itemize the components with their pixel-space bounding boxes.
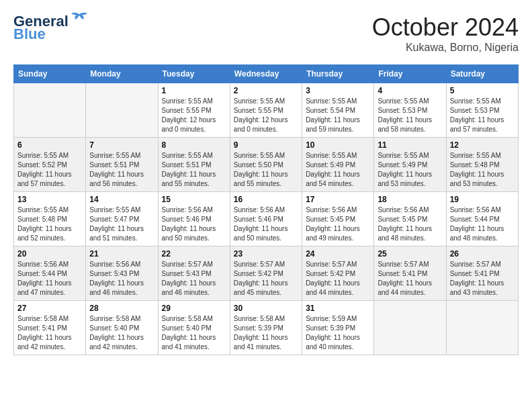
day-info: Sunrise: 5:55 AMSunset: 5:53 PMDaylight:…: [450, 97, 515, 134]
calendar-day-cell: 6Sunrise: 5:55 AMSunset: 5:52 PMDaylight…: [14, 138, 86, 192]
day-info: Sunrise: 5:55 AMSunset: 5:47 PMDaylight:…: [89, 205, 154, 243]
calendar-day-header: Wednesday: [230, 65, 302, 83]
calendar-day-cell: 1Sunrise: 5:55 AMSunset: 5:55 PMDaylight…: [158, 83, 230, 138]
day-info: Sunrise: 5:58 AMSunset: 5:39 PMDaylight:…: [234, 314, 298, 352]
calendar-day-cell: 13Sunrise: 5:55 AMSunset: 5:48 PMDayligh…: [14, 192, 86, 246]
calendar-day-cell: 3Sunrise: 5:55 AMSunset: 5:54 PMDaylight…: [302, 83, 374, 138]
calendar-day-header: Saturday: [446, 65, 518, 83]
day-info: Sunrise: 5:56 AMSunset: 5:46 PMDaylight:…: [162, 205, 226, 243]
day-info: Sunrise: 5:57 AMSunset: 5:41 PMDaylight:…: [450, 260, 515, 298]
day-info: Sunrise: 5:56 AMSunset: 5:43 PMDaylight:…: [89, 260, 154, 298]
day-info: Sunrise: 5:55 AMSunset: 5:52 PMDaylight:…: [17, 151, 82, 189]
calendar-day-cell: 17Sunrise: 5:56 AMSunset: 5:45 PMDayligh…: [302, 192, 374, 246]
calendar-day-cell: 5Sunrise: 5:55 AMSunset: 5:53 PMDaylight…: [446, 83, 518, 138]
day-number: 31: [306, 304, 370, 313]
calendar-day-cell: 21Sunrise: 5:56 AMSunset: 5:43 PMDayligh…: [86, 246, 158, 301]
month-year: October 2024: [372, 13, 519, 42]
day-number: 29: [162, 304, 226, 313]
calendar-day-cell: 24Sunrise: 5:57 AMSunset: 5:42 PMDayligh…: [302, 246, 374, 301]
day-number: 25: [378, 249, 442, 259]
calendar-day-cell: 7Sunrise: 5:55 AMSunset: 5:51 PMDaylight…: [86, 138, 158, 192]
day-info: Sunrise: 5:57 AMSunset: 5:43 PMDaylight:…: [162, 260, 226, 298]
day-info: Sunrise: 5:55 AMSunset: 5:51 PMDaylight:…: [89, 151, 154, 189]
day-number: 11: [378, 140, 442, 150]
calendar-day-cell: [14, 83, 86, 138]
day-info: Sunrise: 5:55 AMSunset: 5:49 PMDaylight:…: [378, 151, 442, 189]
day-number: 15: [162, 195, 226, 204]
calendar-day-cell: 11Sunrise: 5:55 AMSunset: 5:49 PMDayligh…: [374, 138, 446, 192]
calendar-day-cell: 20Sunrise: 5:56 AMSunset: 5:44 PMDayligh…: [14, 246, 86, 301]
day-number: 24: [306, 249, 370, 259]
day-info: Sunrise: 5:56 AMSunset: 5:44 PMDaylight:…: [17, 260, 82, 298]
calendar-table: SundayMondayTuesdayWednesdayThursdayFrid…: [13, 64, 519, 355]
day-number: 30: [234, 304, 298, 313]
day-number: 23: [234, 249, 298, 259]
location: Kukawa, Borno, Nigeria: [372, 42, 519, 54]
day-number: 16: [234, 195, 298, 204]
logo-blue: Blue: [13, 26, 46, 42]
day-info: Sunrise: 5:55 AMSunset: 5:48 PMDaylight:…: [450, 151, 515, 189]
day-number: 12: [450, 140, 515, 150]
day-number: 20: [17, 249, 82, 259]
calendar-day-cell: 4Sunrise: 5:55 AMSunset: 5:53 PMDaylight…: [374, 83, 446, 138]
calendar-day-cell: 16Sunrise: 5:56 AMSunset: 5:46 PMDayligh…: [230, 192, 302, 246]
page-header: General Blue October 2024 Kukawa, Borno,…: [13, 13, 519, 54]
calendar-day-cell: [86, 83, 158, 138]
calendar-week-row: 1Sunrise: 5:55 AMSunset: 5:55 PMDaylight…: [14, 83, 519, 138]
day-number: 22: [162, 249, 226, 259]
day-info: Sunrise: 5:55 AMSunset: 5:55 PMDaylight:…: [234, 97, 298, 134]
day-number: 6: [17, 140, 82, 150]
day-number: 21: [89, 249, 154, 259]
day-info: Sunrise: 5:56 AMSunset: 5:44 PMDaylight:…: [450, 205, 515, 243]
day-number: 9: [234, 140, 298, 150]
day-info: Sunrise: 5:56 AMSunset: 5:46 PMDaylight:…: [234, 205, 298, 243]
logo: General Blue: [13, 13, 89, 43]
calendar-day-cell: 22Sunrise: 5:57 AMSunset: 5:43 PMDayligh…: [158, 246, 230, 301]
calendar-day-cell: 2Sunrise: 5:55 AMSunset: 5:55 PMDaylight…: [230, 83, 302, 138]
day-info: Sunrise: 5:56 AMSunset: 5:45 PMDaylight:…: [378, 205, 442, 243]
calendar-day-cell: 8Sunrise: 5:55 AMSunset: 5:51 PMDaylight…: [158, 138, 230, 192]
day-number: 7: [89, 140, 154, 150]
calendar-week-row: 6Sunrise: 5:55 AMSunset: 5:52 PMDaylight…: [14, 138, 519, 192]
day-info: Sunrise: 5:58 AMSunset: 5:40 PMDaylight:…: [89, 314, 154, 352]
day-info: Sunrise: 5:59 AMSunset: 5:39 PMDaylight:…: [306, 314, 370, 352]
calendar-day-cell: 25Sunrise: 5:57 AMSunset: 5:41 PMDayligh…: [374, 246, 446, 301]
day-info: Sunrise: 5:58 AMSunset: 5:40 PMDaylight:…: [162, 314, 226, 352]
calendar-day-cell: 12Sunrise: 5:55 AMSunset: 5:48 PMDayligh…: [446, 138, 518, 192]
day-number: 1: [162, 86, 226, 95]
calendar-day-cell: [374, 301, 446, 355]
calendar-day-header: Monday: [86, 65, 158, 83]
calendar-day-cell: 15Sunrise: 5:56 AMSunset: 5:46 PMDayligh…: [158, 192, 230, 246]
calendar-day-header: Thursday: [302, 65, 374, 83]
day-number: 14: [89, 195, 154, 204]
calendar-day-cell: 23Sunrise: 5:57 AMSunset: 5:42 PMDayligh…: [230, 246, 302, 301]
day-number: 18: [378, 195, 442, 204]
calendar-day-cell: 27Sunrise: 5:58 AMSunset: 5:41 PMDayligh…: [14, 301, 86, 355]
day-info: Sunrise: 5:55 AMSunset: 5:55 PMDaylight:…: [162, 97, 226, 134]
day-info: Sunrise: 5:55 AMSunset: 5:54 PMDaylight:…: [306, 97, 370, 134]
day-number: 26: [450, 249, 515, 259]
day-number: 28: [89, 304, 154, 313]
day-info: Sunrise: 5:55 AMSunset: 5:49 PMDaylight:…: [306, 151, 370, 189]
day-info: Sunrise: 5:58 AMSunset: 5:41 PMDaylight:…: [17, 314, 82, 352]
day-number: 27: [17, 304, 82, 313]
calendar-day-cell: 26Sunrise: 5:57 AMSunset: 5:41 PMDayligh…: [446, 246, 518, 301]
calendar-week-row: 13Sunrise: 5:55 AMSunset: 5:48 PMDayligh…: [14, 192, 519, 246]
calendar-header-row: SundayMondayTuesdayWednesdayThursdayFrid…: [14, 65, 519, 83]
day-number: 19: [450, 195, 515, 204]
day-info: Sunrise: 5:55 AMSunset: 5:48 PMDaylight:…: [17, 205, 82, 243]
calendar-day-cell: 14Sunrise: 5:55 AMSunset: 5:47 PMDayligh…: [86, 192, 158, 246]
calendar-week-row: 20Sunrise: 5:56 AMSunset: 5:44 PMDayligh…: [14, 246, 519, 301]
day-info: Sunrise: 5:55 AMSunset: 5:51 PMDaylight:…: [162, 151, 226, 189]
day-number: 4: [378, 86, 442, 95]
day-number: 3: [306, 86, 370, 95]
calendar-day-cell: 29Sunrise: 5:58 AMSunset: 5:40 PMDayligh…: [158, 301, 230, 355]
calendar-day-cell: 18Sunrise: 5:56 AMSunset: 5:45 PMDayligh…: [374, 192, 446, 246]
day-info: Sunrise: 5:55 AMSunset: 5:50 PMDaylight:…: [234, 151, 298, 189]
title-block: October 2024 Kukawa, Borno, Nigeria: [372, 13, 519, 54]
calendar-day-header: Friday: [374, 65, 446, 83]
calendar-day-cell: 10Sunrise: 5:55 AMSunset: 5:49 PMDayligh…: [302, 138, 374, 192]
day-info: Sunrise: 5:57 AMSunset: 5:41 PMDaylight:…: [378, 260, 442, 298]
calendar-day-cell: 28Sunrise: 5:58 AMSunset: 5:40 PMDayligh…: [86, 301, 158, 355]
calendar-day-cell: 19Sunrise: 5:56 AMSunset: 5:44 PMDayligh…: [446, 192, 518, 246]
